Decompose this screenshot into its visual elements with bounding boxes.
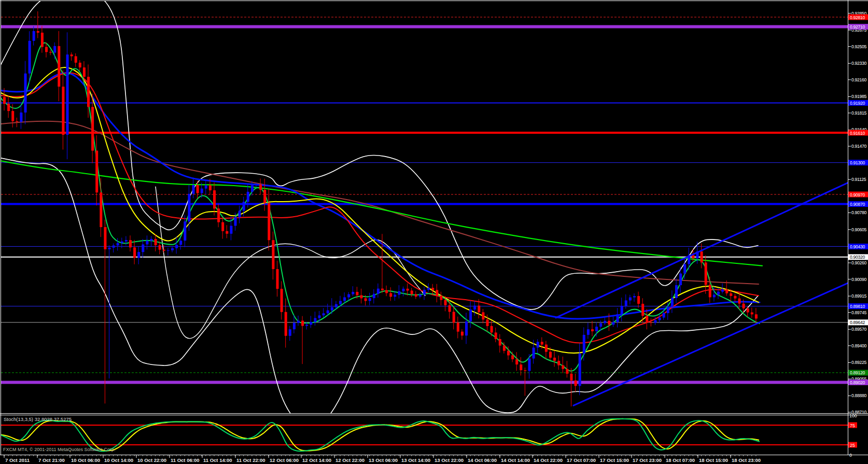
candle-bull — [305, 325, 308, 326]
candle-bull — [20, 113, 22, 122]
candle-bull — [289, 329, 291, 336]
candle-bull — [171, 248, 174, 250]
candle-bear — [71, 54, 73, 56]
candle-bull — [33, 31, 35, 41]
candle-bull — [150, 239, 153, 241]
stoch-panel[interactable] — [0, 415, 848, 455]
candle-bear — [226, 231, 228, 234]
candle-bull — [713, 294, 716, 297]
candle-bear — [221, 222, 224, 231]
candle-bull — [331, 307, 333, 311]
candle-bull — [343, 298, 346, 301]
candle-bull — [66, 54, 69, 135]
price-chart-canvas[interactable]: 0.928500.926750.925050.923300.921600.919… — [0, 0, 868, 464]
candle-bull — [108, 248, 111, 249]
candle-bear — [545, 345, 548, 352]
mt4-chart-window: 0.928500.926750.925050.923300.921600.919… — [0, 0, 868, 464]
candle-bear — [557, 361, 560, 365]
candle-bear — [495, 332, 497, 339]
candle-bear — [301, 321, 304, 326]
candle-bear — [75, 56, 77, 62]
candle-bull — [192, 185, 195, 194]
candle-bear — [457, 322, 459, 331]
candle-bull — [427, 288, 430, 290]
candle-bull — [683, 264, 686, 274]
candle-bear — [520, 364, 522, 370]
candle-bull — [473, 306, 476, 310]
candle-bear — [453, 312, 455, 322]
candle-bear — [725, 289, 728, 293]
candle-bear — [503, 346, 506, 351]
candle-bear — [259, 185, 262, 190]
candle-bull — [24, 74, 27, 113]
candle-bull — [369, 298, 371, 301]
candle-bull — [234, 217, 237, 226]
candle-bear — [591, 329, 594, 331]
candle-bear — [411, 291, 413, 294]
candle-bear — [133, 247, 136, 258]
candle-bear — [553, 358, 556, 361]
candle-bull — [255, 185, 258, 185]
candle-bull — [675, 285, 678, 298]
candle-bear — [743, 304, 745, 308]
candle-bear — [83, 67, 86, 77]
candle-bull — [167, 250, 170, 251]
candle-bear — [87, 77, 90, 107]
time-axis[interactable] — [0, 455, 868, 464]
candle-bear — [11, 111, 14, 121]
candle-bear — [276, 269, 279, 289]
candle-bear — [272, 240, 274, 269]
candle-bear — [159, 245, 161, 250]
candle-bear — [95, 151, 98, 193]
candle-bear — [7, 104, 10, 111]
candle-bear — [755, 314, 758, 318]
candle-bear — [751, 313, 753, 315]
candle-bull — [629, 298, 632, 301]
candle-bear — [709, 285, 711, 297]
candle-bull — [314, 318, 316, 322]
candle-bull — [373, 294, 375, 298]
candle-bear — [62, 87, 64, 135]
candle-bull — [583, 335, 585, 354]
candle-bear — [436, 290, 438, 296]
candle-bear — [730, 293, 732, 296]
candle-bull — [667, 307, 669, 313]
candle-bear — [734, 296, 736, 299]
candle-bear — [389, 293, 392, 297]
candle-bull — [243, 202, 245, 210]
candle-bear — [365, 298, 367, 301]
candle-bear — [511, 355, 514, 359]
candle-bear — [738, 299, 741, 304]
candle-bull — [121, 242, 123, 243]
candle-bull — [621, 306, 623, 314]
candle-bear — [163, 250, 165, 251]
candle-bull — [352, 292, 354, 294]
candle-bear — [641, 304, 644, 316]
candle-bear — [58, 46, 60, 87]
candle-bear — [705, 262, 707, 285]
candle-bear — [449, 305, 451, 312]
candle-bear — [129, 240, 132, 247]
candle-bear — [217, 208, 220, 222]
candle-bear — [431, 288, 434, 290]
candle-bear — [3, 97, 6, 104]
candle-bull — [617, 314, 619, 322]
price-axis[interactable] — [848, 0, 868, 455]
candle-bull — [671, 298, 674, 307]
candle-bull — [721, 289, 724, 291]
candle-bull — [239, 211, 241, 218]
candle-bear — [650, 322, 652, 323]
candle-bull — [201, 189, 203, 193]
candle-bull — [537, 342, 539, 347]
candle-bull — [398, 291, 400, 295]
candle-bull — [146, 241, 148, 244]
candle-bull — [125, 240, 128, 242]
candle-bear — [360, 295, 363, 298]
candle-bull — [230, 226, 232, 233]
candle-bear — [486, 319, 489, 326]
candle-bull — [533, 347, 535, 358]
candle-bull — [604, 321, 606, 324]
candle-bull — [612, 322, 615, 325]
candle-bull — [117, 243, 119, 246]
candle-bull — [184, 221, 186, 241]
